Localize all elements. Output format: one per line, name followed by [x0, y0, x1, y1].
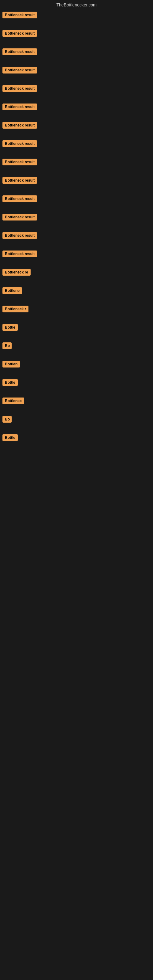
result-row-4: Bottleneck result	[1, 65, 152, 76]
bottleneck-badge-11[interactable]: Bottleneck result	[2, 196, 37, 202]
result-row-1: Bottleneck result	[1, 10, 152, 21]
result-row-18: Bottle	[1, 322, 152, 334]
bottleneck-badge-5[interactable]: Bottleneck result	[2, 85, 37, 92]
site-title: TheBottlenecker.com	[0, 0, 153, 10]
result-row-10: Bottleneck result	[1, 175, 152, 187]
result-row-11: Bottleneck result	[1, 194, 152, 205]
result-row-15: Bottleneck re	[1, 267, 152, 279]
bottleneck-badge-6[interactable]: Bottleneck result	[2, 103, 37, 110]
bottleneck-badge-10[interactable]: Bottleneck result	[2, 177, 37, 184]
bottleneck-badge-9[interactable]: Bottleneck result	[2, 159, 37, 165]
result-row-12: Bottleneck result	[1, 212, 152, 224]
bottleneck-badge-22[interactable]: Bottlenec	[2, 398, 24, 404]
result-row-22: Bottlenec	[1, 396, 152, 407]
results-section: Bottleneck resultBottleneck resultBottle…	[0, 10, 153, 444]
bottleneck-badge-24[interactable]: Bottle	[2, 434, 18, 441]
bottleneck-badge-15[interactable]: Bottleneck re	[2, 269, 30, 275]
bottleneck-badge-13[interactable]: Bottleneck result	[2, 232, 37, 239]
result-row-24: Bottle	[1, 433, 152, 444]
result-row-23: Bo	[1, 414, 152, 426]
result-row-8: Bottleneck result	[1, 138, 152, 150]
bottleneck-badge-14[interactable]: Bottleneck result	[2, 250, 37, 257]
bottleneck-badge-7[interactable]: Bottleneck result	[2, 122, 37, 129]
result-row-19: Bo	[1, 340, 152, 352]
bottleneck-badge-4[interactable]: Bottleneck result	[2, 67, 37, 73]
result-row-13: Bottleneck result	[1, 230, 152, 242]
result-row-7: Bottleneck result	[1, 120, 152, 132]
bottleneck-badge-3[interactable]: Bottleneck result	[2, 48, 37, 55]
bottleneck-badge-18[interactable]: Bottle	[2, 324, 18, 331]
bottleneck-badge-12[interactable]: Bottleneck result	[2, 214, 37, 221]
bottleneck-badge-20[interactable]: Bottlen	[2, 361, 20, 368]
result-row-16: Bottlene	[1, 285, 152, 297]
bottleneck-badge-21[interactable]: Bottle	[2, 379, 18, 386]
bottleneck-badge-2[interactable]: Bottleneck result	[2, 30, 37, 37]
result-row-17: Bottleneck r	[1, 304, 152, 315]
bottleneck-badge-16[interactable]: Bottlene	[2, 287, 22, 294]
result-row-14: Bottleneck result	[1, 249, 152, 260]
result-row-21: Bottle	[1, 377, 152, 389]
result-row-9: Bottleneck result	[1, 157, 152, 169]
bottleneck-badge-1[interactable]: Bottleneck result	[2, 12, 37, 18]
bottleneck-badge-23[interactable]: Bo	[2, 416, 12, 423]
result-row-3: Bottleneck result	[1, 46, 152, 58]
bottleneck-badge-8[interactable]: Bottleneck result	[2, 140, 37, 147]
bottleneck-badge-19[interactable]: Bo	[2, 342, 12, 349]
result-row-20: Bottlen	[1, 359, 152, 371]
page-container: TheBottlenecker.com Bottleneck resultBot…	[0, 0, 153, 444]
bottleneck-badge-17[interactable]: Bottleneck r	[2, 305, 29, 312]
result-row-6: Bottleneck result	[1, 102, 152, 113]
result-row-2: Bottleneck result	[1, 28, 152, 40]
result-row-5: Bottleneck result	[1, 83, 152, 95]
